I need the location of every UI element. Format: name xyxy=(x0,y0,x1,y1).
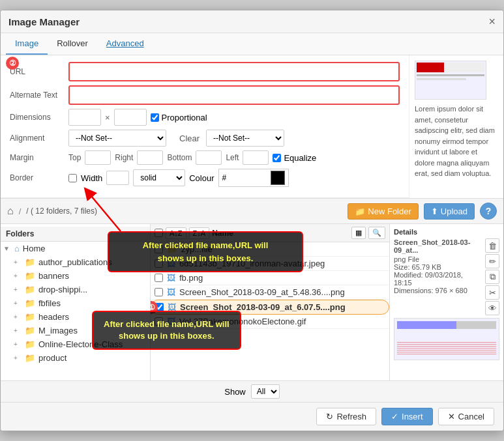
folder-item-drop-shippi[interactable]: + 📁 drop-shippi... xyxy=(1,283,150,296)
detail-edit-button[interactable]: ✏ xyxy=(485,254,499,268)
file-row-vol37[interactable]: 🖼 Vol.37BakemononokoElectone.gif xyxy=(151,315,389,329)
tab-advanced[interactable]: Advanced xyxy=(97,33,153,55)
dialog-header: Image Manager × xyxy=(1,10,503,33)
clear-label: Clear xyxy=(179,134,200,143)
margin-right-input[interactable] xyxy=(137,150,163,165)
file-checkbox-vol37[interactable] xyxy=(155,317,163,326)
proportional-checkbox[interactable] xyxy=(151,113,159,122)
preview-lorem-text: Lorem ipsum dolor sit amet, consetetur s… xyxy=(415,104,498,179)
clear-select[interactable]: --Not Set-- xyxy=(206,130,284,147)
preview-img-line1 xyxy=(417,63,484,72)
url-input[interactable]: images/Screen_Shot_2018-03-09_at_6.07.51… xyxy=(70,63,398,80)
detail-copy-button[interactable]: ⧉ xyxy=(485,270,499,284)
alignment-select[interactable]: --Not Set-- xyxy=(68,130,166,147)
border-style-select[interactable]: solid xyxy=(133,169,185,186)
equalize-checkbox[interactable] xyxy=(273,154,281,162)
file-checkbox-screen1[interactable] xyxy=(155,288,163,296)
width-input[interactable]: 976 xyxy=(68,109,101,126)
border-width-label: Width xyxy=(81,173,102,183)
folder-item-product[interactable]: + 📁 product xyxy=(1,351,150,365)
folder-icon-banners: 📁 xyxy=(25,271,35,281)
dialog-title: Image Manager xyxy=(8,16,80,27)
tab-rollover[interactable]: Rollover xyxy=(48,33,97,55)
new-folder-button[interactable]: 📁 New Folder xyxy=(348,203,418,220)
folder-item-home[interactable]: ▼ ⌂ Home xyxy=(1,242,150,255)
preview-panel: Lorem ipsum dolor sit amet, consetetur s… xyxy=(409,55,503,198)
file-name-fb: fb.png xyxy=(179,273,385,283)
folder-name-mi: M_images xyxy=(38,326,78,335)
border-colour-control[interactable]: # 000000 xyxy=(218,169,289,187)
file-checkbox-fb[interactable] xyxy=(155,274,163,282)
border-checkbox[interactable] xyxy=(68,174,77,182)
insert-button[interactable]: ✓ Insert xyxy=(381,408,433,425)
folder-icon-prod: 📁 xyxy=(25,353,35,363)
file-name-screen1: Screen_Shot_2018-03-09_at_5.48.36....png xyxy=(179,287,385,297)
refresh-button[interactable]: ↻ Refresh xyxy=(316,408,376,425)
close-button[interactable]: × xyxy=(488,16,496,27)
cancel-button[interactable]: ✕ Cancel xyxy=(438,408,494,425)
detail-filename: Screen_Shot_2018-03-09_at... xyxy=(394,238,482,254)
detail-dimensions: Dimensions: 976 × 680 xyxy=(394,287,482,294)
dimensions-row: Dimensions 976 × 680 Proportional xyxy=(10,109,400,126)
expand-icon-ds: + xyxy=(14,286,22,293)
colour-swatch[interactable] xyxy=(271,171,285,185)
refresh-icon: ↻ xyxy=(326,412,333,421)
detail-view-button[interactable]: 👁 xyxy=(485,301,499,315)
preview-img-line2 xyxy=(417,74,484,76)
file-checkbox-zyp[interactable] xyxy=(155,245,163,253)
alt-text-input[interactable]: Screen Shot 2018 03 09 at 6.07.51 pm xyxy=(70,87,398,104)
colour-hex-input[interactable]: 000000 xyxy=(229,173,268,182)
margin-bottom-input[interactable] xyxy=(196,150,222,165)
file-row-screen1[interactable]: 🖼 Screen_Shot_2018-03-09_at_5.48.36....p… xyxy=(151,285,389,300)
border-width-input[interactable]: 1 xyxy=(106,171,129,185)
file-row-fb[interactable]: 🖼 fb.png xyxy=(151,271,389,285)
file-checkbox-ironman[interactable] xyxy=(155,259,163,268)
file-row-zyp[interactable]: 📁 zyp...file xyxy=(151,242,389,257)
upload-button[interactable]: ⬆ Upload xyxy=(424,203,475,220)
proportional-label: Proportional xyxy=(151,113,207,122)
browser-footer: Show All xyxy=(1,380,503,402)
folder-item-mimages[interactable]: + 📁 M_images xyxy=(1,324,150,337)
folders-header: Folders xyxy=(1,227,150,242)
margin-row: Margin Top Right Bottom Left xyxy=(10,150,400,165)
help-button[interactable]: ? xyxy=(480,203,497,220)
detail-move-button[interactable]: ✂ xyxy=(485,285,499,300)
detail-actions: 🗑 ✏ ⧉ ✂ 👁 xyxy=(485,238,499,315)
select-all-checkbox[interactable] xyxy=(155,229,163,237)
sort-az-button[interactable]: A↓Z xyxy=(166,227,186,239)
file-type-icon-fb: 🖼 xyxy=(167,273,175,283)
folder-item-online-electone[interactable]: + 📁 Online-Electone-Class xyxy=(1,337,150,351)
folder-item-headers[interactable]: + 📁 headers xyxy=(1,310,150,324)
file-row-screen2[interactable]: ① 🖼 Screen_Shot_2018-03-09_at_6.07.5....… xyxy=(151,300,389,315)
folder-item-author-publications[interactable]: + 📁 author_publications xyxy=(1,255,150,269)
show-select[interactable]: All xyxy=(251,384,280,399)
sort-za-button[interactable]: Z↓A xyxy=(189,227,210,239)
folder-name-oe: Online-Electone-Class xyxy=(38,339,123,349)
folder-icon-headers: 📁 xyxy=(25,312,35,322)
preview-img-line3 xyxy=(417,78,466,80)
home-icon[interactable]: ⌂ xyxy=(7,205,14,217)
folder-item-fbfiles[interactable]: + 📁 fbfiles xyxy=(1,296,150,310)
file-row-ironman[interactable]: 🖼 6d51143b_19710_ironman-avatar.jpeg xyxy=(151,257,389,271)
file-browser: ⌂ / / ( 12 folders, 7 files) 📁 New Folde… xyxy=(1,198,503,402)
folder-name-banners: banners xyxy=(38,271,69,281)
expand-icon-prod: + xyxy=(14,354,22,362)
file-type-icon-screen1: 🖼 xyxy=(167,287,175,297)
detail-modified: Modified: 09/03/2018, 18:15 xyxy=(394,271,482,287)
view-toggle-button[interactable]: ▦ xyxy=(351,227,366,239)
detail-delete-button[interactable]: 🗑 xyxy=(485,238,499,253)
alignment-label: Alignment xyxy=(10,134,68,143)
tab-image[interactable]: Image xyxy=(6,33,48,55)
folder-item-banners[interactable]: + 📁 banners xyxy=(1,269,150,283)
folder-name-headers: headers xyxy=(38,312,69,322)
file-name-ironman: 6d51143b_19710_ironman-avatar.jpeg xyxy=(179,259,385,268)
folder-icon-ds: 📁 xyxy=(25,285,35,294)
folder-icon-ap: 📁 xyxy=(25,257,35,267)
search-button[interactable]: 🔍 xyxy=(368,227,385,239)
details-panel: Details Screen_Shot_2018-03-09_at... png… xyxy=(389,224,503,380)
detail-type: png File xyxy=(394,255,482,263)
margin-left-input[interactable] xyxy=(243,150,269,165)
preview-image xyxy=(415,61,486,100)
margin-top-input[interactable] xyxy=(85,150,111,165)
height-input[interactable]: 680 xyxy=(114,109,147,126)
